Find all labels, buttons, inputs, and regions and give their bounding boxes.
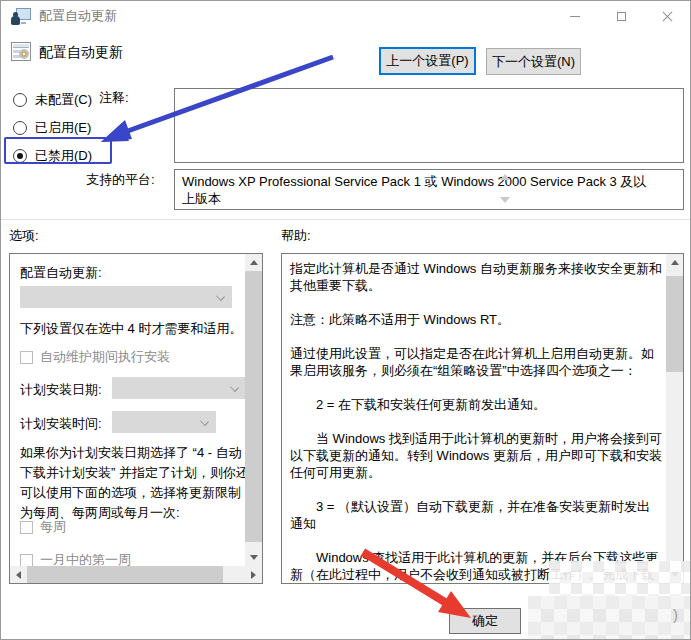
comment-textarea[interactable]	[174, 88, 684, 163]
censored-region	[528, 596, 691, 640]
censored-region	[549, 561, 691, 601]
help-text: 指定此计算机是否通过 Windows 自动更新服务来接收安全更新和其他重要下载。…	[290, 260, 662, 584]
options-paragraph: 如果你为计划安装日期选择了 “4 - 自动下载并计划安装” 并指定了计划，则你还…	[20, 443, 250, 523]
checkbox-icon	[20, 351, 33, 364]
checkbox-icon	[20, 521, 33, 534]
help-paragraph: 指定此计算机是否通过 Windows 自动更新服务来接收安全更新和其他重要下载。	[290, 260, 662, 294]
scroll-up-icon[interactable]	[245, 254, 262, 271]
options-vertical-scrollbar[interactable]	[245, 254, 262, 566]
close-button[interactable]	[644, 1, 690, 31]
section-divider	[1, 219, 691, 220]
page-title: 配置自动更新	[39, 44, 123, 62]
schedule-time-label: 计划安装时间:	[20, 415, 102, 432]
radio-icon	[13, 93, 27, 107]
close-icon	[662, 11, 673, 22]
configure-updates-dropdown[interactable]	[20, 286, 232, 308]
schedule-day-label: 计划安装日期:	[20, 381, 102, 398]
help-label: 帮助:	[281, 227, 311, 245]
maintenance-checkbox[interactable]: 自动维护期间执行安装	[20, 348, 170, 366]
annotation-highlight-box	[4, 137, 112, 164]
next-setting-button[interactable]: 下一个设置(N)	[486, 48, 581, 75]
scroll-left-icon[interactable]	[10, 566, 27, 583]
supported-on-label: 支持的平台:	[86, 171, 155, 189]
scroll-down-icon[interactable]	[245, 549, 262, 566]
censored-visible-text: )	[673, 606, 678, 623]
scroll-right-icon[interactable]	[245, 566, 262, 583]
scrollbar-thumb[interactable]	[27, 566, 223, 583]
radio-enabled[interactable]: 已启用(E)	[13, 119, 91, 137]
scroll-up-icon[interactable]	[666, 254, 683, 271]
help-paragraph: 通过使用此设置，可以指定是否在此计算机上启用自动更新。如果启用该服务，则必须在“…	[290, 345, 662, 379]
options-panel: 配置自动更新: 下列设置仅在选中 4 时才需要和适用。 自动维护期间执行安装 计…	[9, 253, 263, 584]
ok-button[interactable]: 确定	[449, 608, 521, 634]
scrollbar-thumb[interactable]	[245, 271, 262, 542]
chevron-down-icon	[200, 417, 209, 426]
checkbox-icon	[20, 554, 33, 567]
radio-icon	[13, 121, 27, 135]
schedule-day-dropdown[interactable]	[112, 377, 246, 399]
configure-updates-label: 配置自动更新:	[20, 264, 102, 281]
schedule-time-dropdown[interactable]	[112, 411, 216, 433]
policy-setting-icon	[11, 42, 31, 61]
chevron-down-icon	[230, 383, 239, 392]
supported-on-box[interactable]: Windows XP Professional Service Pack 1 或…	[174, 169, 684, 210]
window-icon	[11, 8, 31, 25]
maximize-button[interactable]	[598, 1, 644, 31]
help-panel: 指定此计算机是否通过 Windows 自动更新服务来接收安全更新和其他重要下载。…	[281, 253, 684, 584]
chevron-down-icon	[216, 292, 225, 301]
options-horizontal-scrollbar[interactable]	[10, 566, 262, 583]
radio-not-configured[interactable]: 未配置(C)	[13, 91, 92, 109]
options-note: 下列设置仅在选中 4 时才需要和适用。	[20, 320, 242, 337]
minimize-icon	[570, 16, 580, 17]
options-label: 选项:	[9, 227, 39, 245]
help-paragraph: 2 = 在下载和安装任何更新前发出通知。	[290, 396, 662, 413]
weekly-checkbox[interactable]: 每周	[20, 518, 66, 536]
help-paragraph: 3 = （默认设置）自动下载更新，并在准备安装更新时发出通知	[290, 498, 662, 532]
checkbox-label: 每周	[40, 518, 66, 536]
window-title: 配置自动更新	[39, 7, 117, 25]
configure-automatic-updates-dialog: 配置自动更新 配置自动更新 上一个设置(P) 下一个设置(N) 未配置(C) 已…	[0, 0, 691, 640]
minimize-button[interactable]	[552, 1, 598, 31]
help-paragraph: 当 Windows 找到适用于此计算机的更新时，用户将会接到可以下载更新的通知。…	[290, 430, 662, 481]
checkbox-label: 自动维护期间执行安装	[40, 348, 170, 366]
previous-setting-button[interactable]: 上一个设置(P)	[379, 47, 476, 75]
help-vertical-scrollbar[interactable]	[666, 254, 683, 583]
radio-label: 未配置(C)	[35, 91, 92, 109]
title-bar: 配置自动更新	[1, 1, 690, 31]
maximize-icon	[617, 12, 626, 21]
help-paragraph: 注意：此策略不适用于 Windows RT。	[290, 311, 662, 328]
radio-label: 已启用(E)	[35, 119, 91, 137]
scrollbar-thumb[interactable]	[666, 276, 683, 372]
comment-label: 注释:	[99, 89, 129, 107]
